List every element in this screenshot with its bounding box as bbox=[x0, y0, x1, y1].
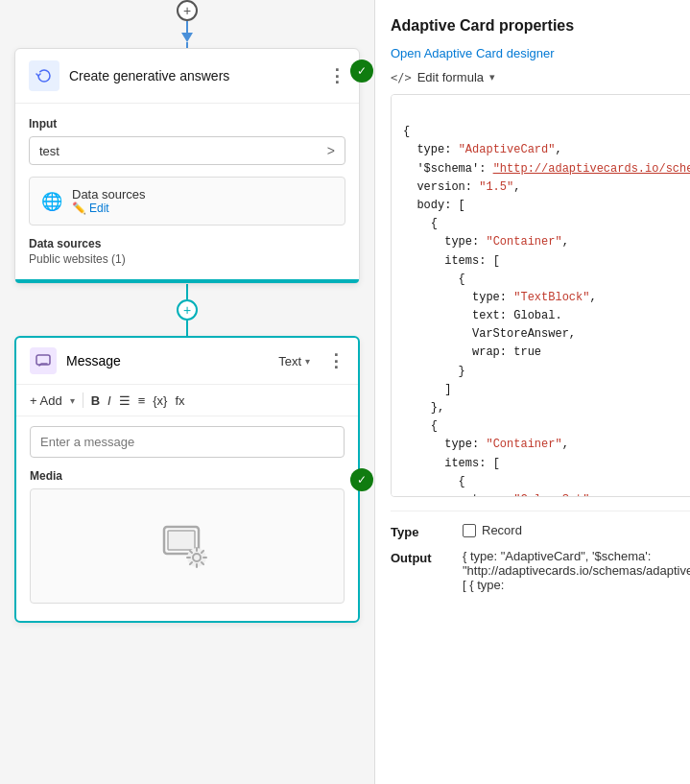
code-key-type3: type: bbox=[472, 291, 513, 304]
card-body: Input > 🌐 Data sources ✏️ Edit bbox=[15, 104, 359, 279]
add-button[interactable]: + Add bbox=[30, 393, 62, 408]
top-connector: + bbox=[177, 0, 198, 48]
edit-formula-row[interactable]: </> Edit formula ▾ bbox=[391, 70, 690, 84]
message-menu-dots[interactable]: ⋮ bbox=[327, 350, 345, 371]
check-badge-message: ✓ bbox=[350, 468, 373, 491]
code-val-version: "1.5" bbox=[479, 180, 513, 194]
output-label: Output bbox=[391, 549, 443, 565]
media-label: Media bbox=[30, 469, 345, 483]
code-key-version: version: bbox=[416, 180, 479, 194]
type-label: Type bbox=[391, 523, 443, 539]
ds-box-label: Data sources bbox=[72, 187, 146, 202]
ds-label: Data sources bbox=[29, 237, 345, 250]
plus-icon: + bbox=[183, 3, 191, 18]
message-icon bbox=[30, 347, 57, 374]
card-menu-dots[interactable]: ⋮ bbox=[328, 65, 345, 86]
code-val-type5: "ColumnSet" bbox=[513, 493, 589, 497]
code-val-schema: "http://adaptivecards.io/schemas/adaptiv… bbox=[493, 162, 690, 176]
edit-link[interactable]: ✏️ Edit bbox=[72, 202, 146, 215]
code-varstore: VarStoreAnswer, bbox=[472, 327, 576, 341]
text-type-dropdown[interactable]: Text ▾ bbox=[278, 354, 310, 368]
pencil-icon: ✏️ bbox=[72, 202, 86, 215]
input-field[interactable] bbox=[39, 144, 327, 158]
code-val-type3: "TextBlock" bbox=[513, 291, 589, 304]
card-header: Create generative answers ⋮ bbox=[15, 49, 359, 104]
input-row[interactable]: > bbox=[29, 136, 345, 165]
message-toolbar: + Add ▾ B I ☰ ≡ {x} fx bbox=[16, 385, 358, 416]
message-card-wrapper: Message Text ▾ ⋮ + Add ▾ B I ☰ ≡ {x} fx bbox=[14, 336, 360, 623]
code-key-type5: type: bbox=[472, 493, 513, 497]
code-container: { type: "AdaptiveCard", '$schema': "http… bbox=[391, 94, 690, 511]
teal-bar bbox=[15, 279, 359, 283]
create-generative-card: Create generative answers ⋮ Input > 🌐 Da… bbox=[14, 48, 360, 284]
code-brace-6: { bbox=[459, 475, 465, 488]
output-value: { type: "AdaptiveCard", '$schema': "http… bbox=[463, 549, 690, 592]
code-key-type: type: bbox=[416, 143, 458, 156]
message-input-area: Media bbox=[16, 416, 358, 621]
chevron-down-icon: ▾ bbox=[305, 356, 310, 367]
code-brace-5: { bbox=[431, 419, 438, 433]
create-generative-card-wrapper: Create generative answers ⋮ Input > 🌐 Da… bbox=[14, 48, 360, 284]
data-sources-box: 🌐 Data sources ✏️ Edit bbox=[29, 177, 345, 226]
media-box bbox=[30, 488, 345, 604]
code-val-type2: "Container" bbox=[486, 235, 561, 249]
code-brace-3: } bbox=[459, 365, 465, 378]
data-sources-box-content: Data sources ✏️ Edit bbox=[72, 187, 146, 215]
check-badge-create: ✓ bbox=[350, 59, 373, 83]
code-brace-1: { bbox=[431, 217, 438, 230]
formula-button[interactable]: fx bbox=[175, 393, 184, 408]
italic-button[interactable]: I bbox=[107, 393, 111, 408]
code-key-schema: '$schema': bbox=[416, 162, 492, 176]
formula-code-icon: </> bbox=[391, 71, 412, 84]
ds-value: Public websites (1) bbox=[29, 252, 345, 266]
message-input-field[interactable] bbox=[30, 426, 345, 458]
top-plus-button[interactable]: + bbox=[177, 0, 198, 21]
code-key-body: body: [ bbox=[416, 199, 464, 212]
message-card: Message Text ▾ ⋮ + Add ▾ B I ☰ ≡ {x} fx bbox=[14, 336, 360, 623]
code-wrap: wrap: true bbox=[472, 345, 541, 359]
right-panel: Adaptive Card properties × Open Adaptive… bbox=[374, 0, 690, 784]
record-icon bbox=[463, 524, 476, 537]
right-panel-header: Adaptive Card properties × bbox=[391, 15, 690, 36]
right-panel-title: Adaptive Card properties bbox=[391, 17, 574, 35]
variable-button[interactable]: {x} bbox=[153, 393, 167, 408]
code-key-type2: type: bbox=[444, 235, 486, 249]
mc-line-bottom bbox=[186, 321, 188, 336]
code-val-type4: "Container" bbox=[486, 438, 561, 451]
add-chevron-icon: ▾ bbox=[70, 395, 75, 406]
record-badge: Record bbox=[463, 523, 522, 537]
arrow-right-icon: > bbox=[327, 143, 335, 158]
input-label: Input bbox=[29, 117, 345, 131]
type-output-section: Type Record Output { type: "AdaptiveCard… bbox=[391, 511, 690, 602]
code-key-type4: type: bbox=[444, 438, 486, 451]
message-header: Message Text ▾ ⋮ bbox=[16, 338, 358, 385]
middle-connector: + bbox=[177, 284, 198, 336]
media-placeholder-icon bbox=[156, 515, 218, 577]
code-text-global: text: Global. bbox=[472, 309, 562, 322]
numbered-button[interactable]: ≡ bbox=[138, 393, 146, 408]
code-line-1: { bbox=[403, 125, 410, 138]
code-brace-2: { bbox=[459, 273, 465, 286]
type-row: Type Record bbox=[391, 523, 690, 539]
output-row: Output { type: "AdaptiveCard", '$schema'… bbox=[391, 549, 690, 592]
type-value: Record bbox=[482, 523, 522, 537]
code-brace-4: }, bbox=[431, 401, 444, 415]
toolbar-separator-1 bbox=[83, 392, 83, 408]
edit-label: Edit bbox=[89, 202, 109, 215]
code-block[interactable]: { type: "AdaptiveCard", '$schema': "http… bbox=[391, 94, 690, 497]
middle-plus-icon: + bbox=[183, 302, 191, 318]
code-val-type: "AdaptiveCard" bbox=[459, 143, 556, 156]
refresh-icon bbox=[29, 60, 59, 91]
code-bracket-1: ] bbox=[444, 383, 451, 396]
text-type-label: Text bbox=[278, 354, 301, 368]
globe-icon: 🌐 bbox=[41, 191, 62, 212]
edit-formula-label: Edit formula bbox=[417, 70, 484, 84]
data-sources-info: Data sources Public websites (1) bbox=[29, 237, 345, 266]
connector-arrow bbox=[181, 33, 193, 42]
bold-button[interactable]: B bbox=[91, 393, 100, 408]
designer-link[interactable]: Open Adaptive Card designer bbox=[391, 46, 690, 60]
middle-plus-button[interactable]: + bbox=[177, 299, 198, 321]
message-title: Message bbox=[66, 353, 269, 368]
bullets-button[interactable]: ☰ bbox=[119, 393, 131, 408]
create-card-title: Create generative answers bbox=[69, 68, 319, 83]
